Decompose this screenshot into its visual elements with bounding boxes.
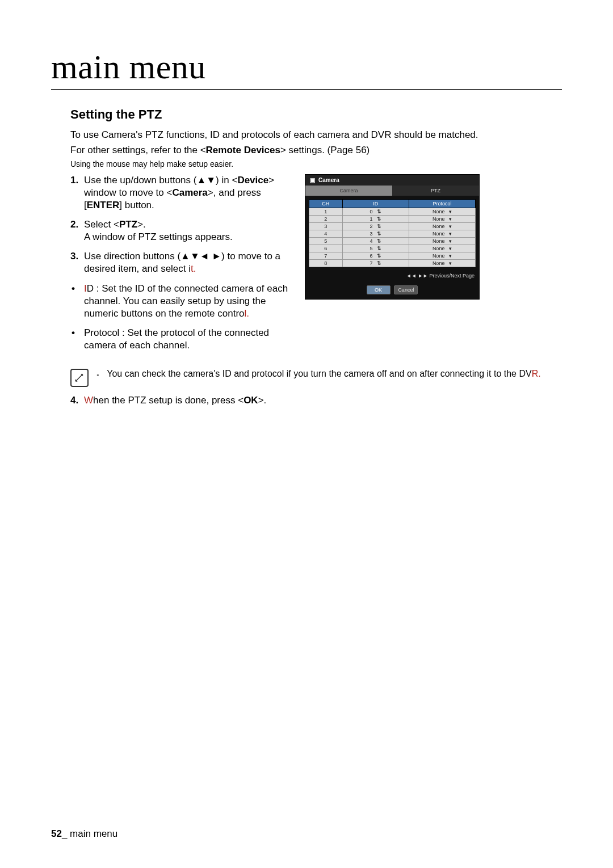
- intro-line-2: For other settings, refer to the <Remote…: [51, 144, 562, 157]
- col-ch: CH: [309, 199, 343, 208]
- step-2: Select <PTZ>. A window of PTZ settings a…: [70, 218, 295, 243]
- step-4: When the PTZ setup is done, press <OK>.: [51, 395, 562, 406]
- ok-button[interactable]: OK: [367, 285, 391, 294]
- prev-next-page[interactable]: ◄◄ ►► Previous/Next Page: [305, 271, 479, 280]
- page-title: main menu: [51, 48, 562, 90]
- ptz-table: CH ID Protocol 10 ⇅None ▾ 21 ⇅None ▾ 32 …: [309, 199, 476, 267]
- table-row[interactable]: 21 ⇅None ▾: [309, 215, 476, 222]
- mouse-note: Using the mouse may help make setup easi…: [51, 159, 562, 168]
- note-bullet-icon: ▪: [96, 369, 99, 379]
- table-row[interactable]: 32 ⇅None ▾: [309, 222, 476, 230]
- page-footer: 52_ main menu: [51, 828, 117, 840]
- tab-camera[interactable]: Camera: [305, 186, 392, 196]
- intro-line-1: To use Camera's PTZ functions, ID and pr…: [51, 129, 562, 142]
- bullet-protocol: Protocol : Set the protocol of the conne…: [70, 327, 295, 352]
- col-id: ID: [342, 199, 409, 208]
- col-protocol: Protocol: [409, 199, 475, 208]
- note-text: You can check the camera's ID and protoc…: [107, 369, 540, 379]
- step-1: Use the up/down buttons (▲▼) in <Device>…: [70, 174, 295, 212]
- note-row: ▪ You can check the camera's ID and prot…: [51, 369, 562, 387]
- table-row[interactable]: 10 ⇅None ▾: [309, 208, 476, 215]
- table-row[interactable]: 76 ⇅None ▾: [309, 252, 476, 259]
- camera-icon: ▣: [310, 177, 315, 183]
- table-row[interactable]: 54 ⇅None ▾: [309, 237, 476, 245]
- tab-ptz[interactable]: PTZ: [392, 186, 479, 196]
- table-row[interactable]: 87 ⇅None ▾: [309, 259, 476, 267]
- step-3: Use direction buttons (▲▼◄ ►) to move to…: [70, 250, 295, 275]
- note-icon: [70, 369, 89, 387]
- table-row[interactable]: 65 ⇅None ▾: [309, 245, 476, 252]
- ptz-settings-screenshot: ▣ Camera Camera PTZ CH ID Protocol 10 ⇅N…: [305, 174, 480, 300]
- table-row[interactable]: 43 ⇅None ▾: [309, 230, 476, 237]
- dvr-window-title: ▣ Camera: [305, 175, 479, 186]
- section-heading: Setting the PTZ: [51, 107, 562, 122]
- cancel-button[interactable]: Cancel: [394, 285, 418, 294]
- bullet-id: ID : Set the ID of the connected camera …: [70, 283, 295, 320]
